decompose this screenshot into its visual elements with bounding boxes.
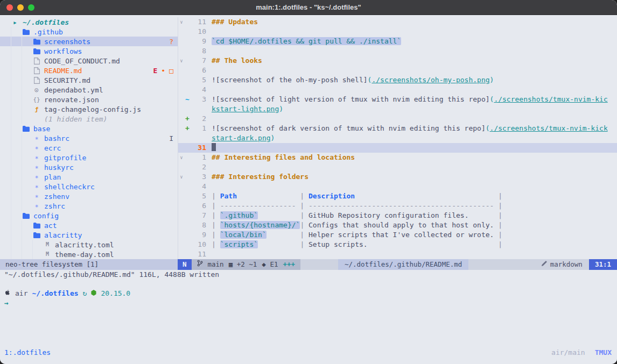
star-icon: ∗ [32, 145, 41, 151]
line-text [212, 182, 617, 191]
tmux-label: TMUX [595, 348, 612, 356]
editor-line[interactable]: ~3![screenshot of light version of tmux … [178, 95, 617, 104]
tree-item-huskyrc[interactable]: ∗huskyrc [0, 162, 178, 172]
editor-line[interactable]: ∨3### Interesting folders [178, 172, 617, 182]
zoom-button[interactable] [28, 4, 34, 11]
editor-line[interactable]: ∨11### Updates [178, 17, 617, 27]
tree-item-readme[interactable]: README.mdE•□ [0, 66, 178, 75]
apple-icon [4, 289, 11, 297]
line-text [212, 46, 617, 56]
editor-line[interactable]: 11 [178, 249, 617, 259]
gutter-gap [206, 240, 212, 249]
tree-item-root[interactable]: ▸~/.dotfiles [0, 17, 178, 27]
editor-line[interactable]: ∨7## The looks [178, 56, 617, 66]
fold-marker-icon[interactable]: ∨ [178, 153, 185, 162]
text-segment: | [296, 231, 308, 239]
mode-indicator: N [178, 259, 192, 270]
indent-guide [11, 114, 22, 124]
tree-item-gitprofile[interactable]: ∗gitprofile [0, 153, 178, 162]
tree-item-label: screenshots [44, 38, 90, 46]
fold-marker-icon[interactable]: ∨ [178, 17, 185, 27]
editor-line[interactable]: 10 [178, 27, 617, 37]
editor-line[interactable]: 6 [178, 66, 617, 75]
editor-line[interactable]: 9`cd $HOME/.dotfiles && git pull && ./in… [178, 37, 617, 46]
tree-item-screenshots[interactable]: screenshots? [0, 37, 178, 46]
tree-item-code-of-conduct[interactable]: CODE_OF_CONDUCT.md [0, 56, 178, 66]
text-segment [355, 192, 494, 200]
text-segment: | [296, 192, 308, 200]
statusline: N main ▦ +2 ~1 ◆ E1 +++ ~/.dotfiles/.git… [178, 259, 617, 270]
shell-input-line[interactable]: → [4, 298, 617, 308]
git-sign [185, 240, 190, 249]
editor-line[interactable]: 5| Path | Description | [178, 191, 617, 201]
editor-line[interactable]: 8 [178, 46, 617, 56]
tree-item-shellcheckrc[interactable]: ∗shellcheckrc [0, 182, 178, 191]
gutter-gap [206, 56, 212, 66]
indent-guide [22, 172, 32, 182]
indent-guide [22, 75, 32, 85]
tree-item-alacritty-toml[interactable]: Malacritty.toml [0, 240, 178, 249]
tree-item-alacritty[interactable]: alacritty [0, 230, 178, 240]
tree-item-base[interactable]: base [0, 124, 178, 133]
close-button[interactable] [6, 4, 13, 11]
tree-item-workflows[interactable]: workflows [0, 46, 178, 56]
shell-pane: air ~/.dotfiles ↻ 20.15.0 → [0, 288, 617, 308]
tree-item-plan[interactable]: ∗plan [0, 172, 178, 182]
line-number: 9 [190, 37, 206, 46]
tree-item-zshrc[interactable]: ∗zshrc [0, 201, 178, 211]
editor-line[interactable]: 2 [178, 162, 617, 172]
tree-item-bashrc[interactable]: ∗bashrcI [0, 133, 178, 143]
text-segment: ------------------ [220, 202, 296, 210]
editor-line[interactable]: 10| `scripts` | Setup scripts. | [178, 240, 617, 249]
tree-item-label: bashrc [44, 134, 69, 142]
text-segment: ) [279, 105, 283, 113]
editor-line[interactable]: ∨1## Interesting files and locations [178, 153, 617, 162]
editor-line[interactable]: 4 [178, 85, 617, 95]
editor-line[interactable]: 4 [178, 182, 617, 191]
tree-item-label: zshenv [44, 192, 69, 201]
tree-item-tag-changelog[interactable]: ƒtag-changelog-config.js [0, 104, 178, 114]
editor-buffer[interactable]: ∨11### Updates109`cd $HOME/.dotfiles && … [178, 17, 617, 259]
line-number: 6 [190, 201, 206, 211]
editor-line[interactable]: 7| `.github` | GitHub Repository configu… [178, 211, 617, 220]
tmux-window-tab[interactable]: 1:.dotfiles [4, 348, 51, 356]
tree-item-hidden-count[interactable]: (1 hidden item) [0, 114, 178, 124]
tree-item-theme-day-toml[interactable]: Mtheme-day.toml [0, 249, 178, 259]
git-sign [185, 211, 190, 220]
editor-line[interactable]: 8| `hosts/{hostname}/`| Configs that sho… [178, 220, 617, 230]
git-diff-counts: ▦ +2 ~1 [229, 259, 257, 270]
tree-item-dependabot[interactable]: ⊙dependabot.yml [0, 85, 178, 95]
fold-marker-icon[interactable]: ∨ [178, 56, 185, 66]
editor-line[interactable]: 6| ------------------ | ----------------… [178, 201, 617, 211]
minimize-button[interactable] [17, 4, 24, 11]
editor-line[interactable]: 31 [178, 143, 617, 153]
tree-item-config[interactable]: config [0, 211, 178, 220]
fold-marker-icon[interactable]: ∨ [178, 172, 185, 182]
text-segment: `scripts` [220, 240, 258, 248]
tree-item-label: renovate.json [44, 96, 99, 104]
line-number: 8 [190, 46, 206, 56]
tree-item-security[interactable]: SECURITY.md [0, 75, 178, 85]
tree-item-label: CODE_OF_CONDUCT.md [44, 57, 120, 65]
editor-line[interactable]: 9| `local/bin` | Helper scripts that I'v… [178, 230, 617, 240]
editor-line[interactable]: +1![screenshot of dark version of tmux w… [178, 124, 617, 133]
statusline-spacer [468, 259, 534, 270]
git-sign [185, 56, 190, 66]
gutter-gap [206, 191, 212, 201]
shell-hostname: air [15, 289, 27, 297]
indent-guide [11, 143, 22, 153]
tree-item-act[interactable]: act [0, 220, 178, 230]
tree-item-github[interactable]: .github [0, 27, 178, 37]
file-tree-panel: ▸~/.dotfiles.githubscreenshots?workflows… [0, 17, 178, 259]
editor-line[interactable]: 5![screenshot of the oh-my-posh shell](.… [178, 75, 617, 85]
editor-line[interactable]: +2 [178, 114, 617, 124]
tree-item-renovate[interactable]: {}renovate.json [0, 95, 178, 104]
text-segment: Helper scripts that I've collected or wr… [308, 231, 494, 239]
traffic-lights [6, 0, 34, 15]
text-segment: | [212, 240, 220, 248]
editor-line[interactable]: start-dark.png) [178, 133, 617, 143]
fold-marker-icon [178, 162, 185, 172]
tree-item-ecrc[interactable]: ∗ecrc [0, 143, 178, 153]
editor-line[interactable]: kstart-light.png) [178, 104, 617, 114]
tree-item-zshenv[interactable]: ∗zshenv [0, 191, 178, 201]
